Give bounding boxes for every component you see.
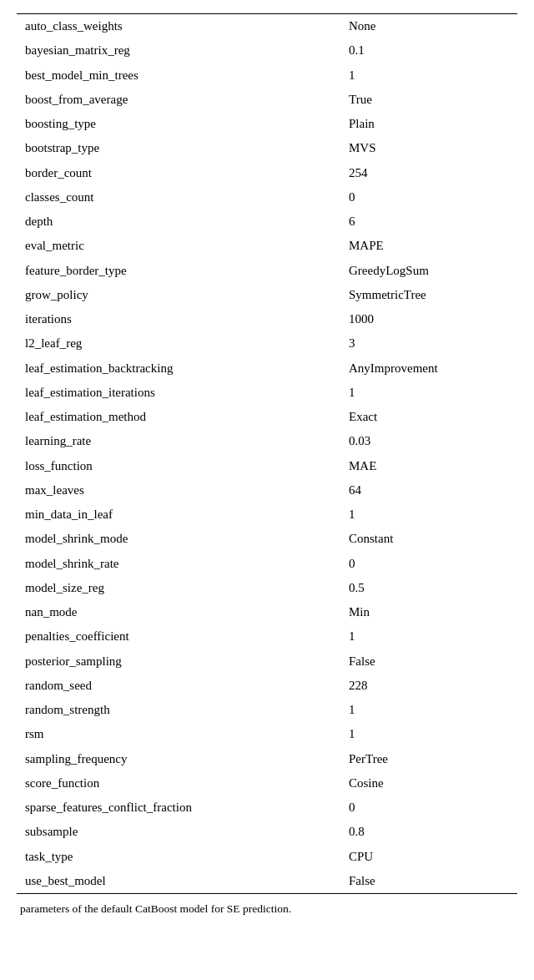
table-row: border_count254 — [17, 161, 517, 185]
table-row: use_best_modelFalse — [17, 869, 517, 893]
param-value: MAE — [342, 454, 517, 478]
param-name: iterations — [17, 307, 342, 331]
param-name: score_function — [17, 771, 342, 796]
param-value: 0 — [342, 796, 517, 820]
param-value: Min — [342, 600, 517, 624]
param-name: max_leaves — [17, 478, 342, 503]
param-name: task_type — [17, 845, 342, 869]
param-name: rsm — [17, 722, 342, 746]
table-row: l2_leaf_reg3 — [17, 331, 517, 356]
param-name: min_data_in_leaf — [17, 503, 342, 527]
param-name: leaf_estimation_backtracking — [17, 356, 342, 381]
param-value: Plain — [342, 112, 517, 136]
param-value: False — [342, 649, 517, 674]
table-row: leaf_estimation_iterations1 — [17, 381, 517, 405]
param-value: MVS — [342, 136, 517, 160]
param-value: SymmetricTree — [342, 283, 517, 307]
table-row: auto_class_weightsNone — [17, 14, 517, 38]
table-row: sampling_frequencyPerTree — [17, 747, 517, 771]
table-row: max_leaves64 — [17, 478, 517, 503]
param-value: 1 — [342, 624, 517, 649]
param-name: grow_policy — [17, 283, 342, 307]
table-row: boost_from_averageTrue — [17, 88, 517, 112]
param-value: 0.5 — [342, 576, 517, 600]
param-name: learning_rate — [17, 429, 342, 453]
table-row: feature_border_typeGreedyLogSum — [17, 259, 517, 283]
param-value: Cosine — [342, 771, 517, 796]
param-name: bootstrap_type — [17, 136, 342, 160]
param-name: subsample — [17, 820, 342, 844]
param-value: 0 — [342, 552, 517, 576]
param-name: model_size_reg — [17, 576, 342, 600]
param-name: penalties_coefficient — [17, 624, 342, 649]
param-name: use_best_model — [17, 869, 342, 893]
param-value: 1 — [342, 698, 517, 722]
param-name: random_seed — [17, 674, 342, 698]
table-row: sparse_features_conflict_fraction0 — [17, 796, 517, 820]
table-row: min_data_in_leaf1 — [17, 503, 517, 527]
param-name: auto_class_weights — [17, 14, 342, 38]
param-value: 1000 — [342, 307, 517, 331]
table-row: leaf_estimation_backtrackingAnyImproveme… — [17, 356, 517, 381]
param-name: posterior_sampling — [17, 649, 342, 674]
table-row: random_seed228 — [17, 674, 517, 698]
param-name: sparse_features_conflict_fraction — [17, 796, 342, 820]
table-caption: parameters of the default CatBoost model… — [17, 902, 517, 916]
param-value: AnyImprovement — [342, 356, 517, 381]
table-row: model_shrink_rate0 — [17, 552, 517, 576]
table-row: bayesian_matrix_reg0.1 — [17, 38, 517, 63]
table-wrapper: auto_class_weightsNonebayesian_matrix_re… — [17, 13, 517, 894]
table-row: learning_rate0.03 — [17, 429, 517, 453]
param-name: feature_border_type — [17, 259, 342, 283]
param-value: MAPE — [342, 234, 517, 258]
table-row: model_size_reg0.5 — [17, 576, 517, 600]
param-value: 1 — [342, 381, 517, 405]
param-value: False — [342, 869, 517, 893]
param-value: 1 — [342, 722, 517, 746]
param-value: Exact — [342, 405, 517, 429]
param-value: CPU — [342, 845, 517, 869]
param-value: 1 — [342, 503, 517, 527]
param-value: 64 — [342, 478, 517, 503]
page-container: auto_class_weightsNonebayesian_matrix_re… — [0, 0, 534, 932]
param-name: l2_leaf_reg — [17, 331, 342, 356]
table-row: penalties_coefficient1 — [17, 624, 517, 649]
param-value: 254 — [342, 161, 517, 185]
param-name: leaf_estimation_method — [17, 405, 342, 429]
table-row: random_strength1 — [17, 698, 517, 722]
param-value: True — [342, 88, 517, 112]
param-value: 3 — [342, 331, 517, 356]
param-name: depth — [17, 210, 342, 234]
param-name: eval_metric — [17, 234, 342, 258]
table-row: boosting_typePlain — [17, 112, 517, 136]
table-row: score_functionCosine — [17, 771, 517, 796]
table-row: leaf_estimation_methodExact — [17, 405, 517, 429]
param-name: boosting_type — [17, 112, 342, 136]
param-value: 0.03 — [342, 429, 517, 453]
param-name: loss_function — [17, 454, 342, 478]
param-value: Constant — [342, 527, 517, 551]
param-value: PerTree — [342, 747, 517, 771]
table-row: model_shrink_modeConstant — [17, 527, 517, 551]
param-name: boost_from_average — [17, 88, 342, 112]
table-row: best_model_min_trees1 — [17, 63, 517, 88]
param-value: 0.8 — [342, 820, 517, 844]
table-row: nan_modeMin — [17, 600, 517, 624]
table-row: loss_functionMAE — [17, 454, 517, 478]
param-name: model_shrink_rate — [17, 552, 342, 576]
param-value: GreedyLogSum — [342, 259, 517, 283]
param-name: bayesian_matrix_reg — [17, 38, 342, 63]
param-value: 228 — [342, 674, 517, 698]
table-row: posterior_samplingFalse — [17, 649, 517, 674]
table-row: eval_metricMAPE — [17, 234, 517, 258]
param-name: border_count — [17, 161, 342, 185]
table-row: subsample0.8 — [17, 820, 517, 844]
param-name: leaf_estimation_iterations — [17, 381, 342, 405]
param-value: None — [342, 14, 517, 38]
table-row: task_typeCPU — [17, 845, 517, 869]
param-name: sampling_frequency — [17, 747, 342, 771]
table-row: bootstrap_typeMVS — [17, 136, 517, 160]
param-name: best_model_min_trees — [17, 63, 342, 88]
table-row: classes_count0 — [17, 185, 517, 210]
params-table: auto_class_weightsNonebayesian_matrix_re… — [17, 14, 517, 893]
